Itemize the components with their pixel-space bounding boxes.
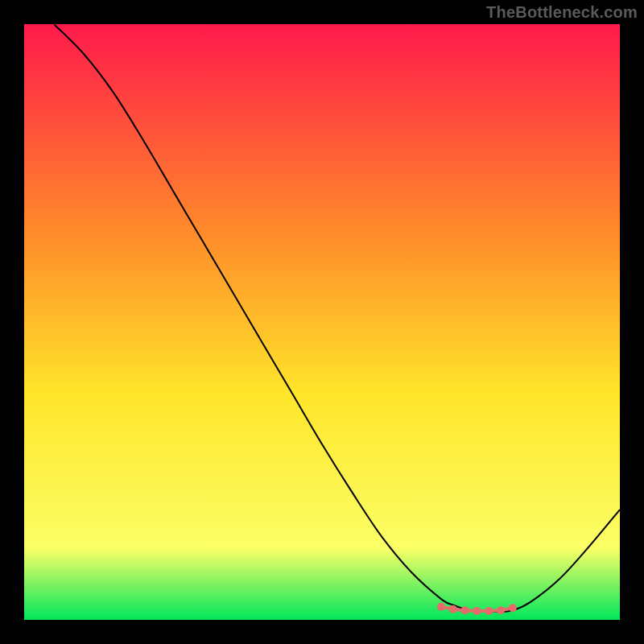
chart-svg: [24, 24, 620, 620]
highlight-marker: [437, 603, 445, 611]
highlight-marker: [461, 606, 469, 614]
highlight-marker: [509, 604, 517, 612]
highlight-marker: [485, 607, 493, 615]
plot-area: [24, 24, 620, 620]
watermark-text: TheBottleneck.com: [486, 3, 638, 22]
highlight-marker: [473, 607, 481, 615]
highlight-marker: [449, 605, 457, 613]
highlight-marker: [497, 606, 505, 614]
chart-frame: TheBottleneck.com: [0, 0, 644, 644]
gradient-background: [24, 24, 620, 620]
